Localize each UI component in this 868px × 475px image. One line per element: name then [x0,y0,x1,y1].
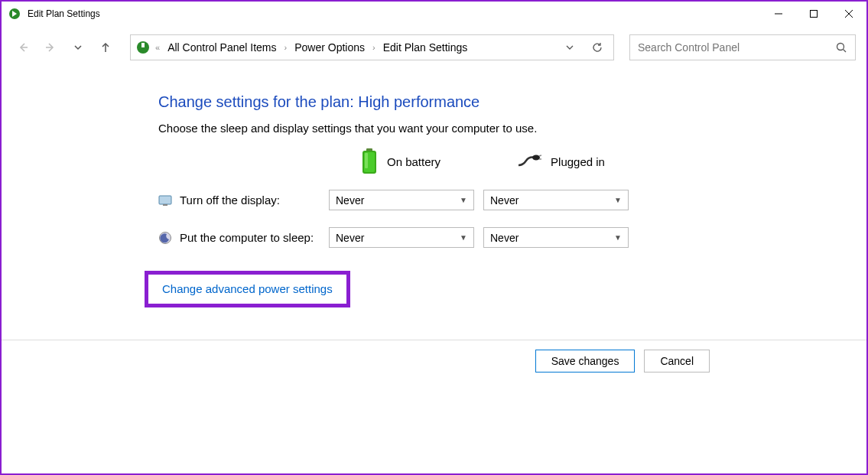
up-button[interactable] [95,37,116,58]
power-options-icon [135,40,151,55]
display-battery-select[interactable]: Never ▼ [329,190,474,210]
main-content: Change settings for the plan: High perfo… [2,69,866,307]
chevron-right-icon[interactable]: › [372,43,375,52]
advanced-power-settings-link[interactable]: Change advanced power settings [162,282,333,295]
back-button[interactable] [12,37,34,58]
setting-row-display: Turn off the display: Never ▼ Never ▼ [158,190,866,210]
close-button[interactable] [831,2,866,26]
breadcrumb-item[interactable]: Edit Plan Settings [380,41,471,54]
highlight-box: Change advanced power settings [145,271,350,307]
plugged-in-header: Plugged in [517,155,605,168]
svg-rect-19 [159,196,171,204]
page-heading: Change settings for the plan: High perfo… [158,93,866,111]
chevron-down-icon: ▼ [614,196,622,204]
save-button[interactable]: Save changes [535,350,636,373]
svg-rect-2 [811,11,818,18]
chevron-down-icon: ▼ [460,233,467,242]
svg-rect-15 [365,153,368,168]
svg-point-10 [837,43,844,50]
minimize-button[interactable] [761,2,796,26]
maximize-button[interactable] [796,2,831,26]
display-icon [158,194,172,207]
on-battery-label: On battery [387,155,441,168]
setting-row-sleep: Put the computer to sleep: Never ▼ Never… [158,227,866,248]
svg-line-17 [539,155,541,156]
chevron-down-icon: ▼ [460,196,467,204]
select-value: Never [336,232,364,244]
forward-button[interactable] [40,37,61,58]
setting-label: Put the computer to sleep: [180,231,329,244]
cancel-button[interactable]: Cancel [644,350,710,373]
svg-line-11 [844,49,847,52]
svg-point-16 [532,155,540,161]
chevron-down-icon: ▼ [614,233,622,242]
recent-locations-button[interactable] [67,37,89,58]
navigation-bar: « All Control Panel Items › Power Option… [2,26,866,69]
search-box[interactable] [629,34,856,60]
on-battery-header: On battery [361,148,441,174]
address-bar[interactable]: « All Control Panel Items › Power Option… [130,34,614,60]
sleep-battery-select[interactable]: Never ▼ [329,227,474,248]
window-controls [761,2,866,26]
window-title: Edit Plan Settings [28,8,761,19]
page-subtext: Choose the sleep and display settings th… [158,122,866,135]
display-plugged-select[interactable]: Never ▼ [483,190,629,210]
svg-rect-20 [163,204,167,206]
select-value: Never [490,194,519,207]
refresh-button[interactable] [586,36,609,59]
breadcrumb-item[interactable]: Power Options [291,41,368,54]
plug-icon [517,155,541,168]
sleep-plugged-select[interactable]: Never ▼ [483,227,629,248]
setting-label: Turn off the display: [180,194,329,207]
titlebar: Edit Plan Settings [2,2,866,26]
chevron-right-icon[interactable]: › [284,43,288,52]
advanced-link-wrap: Change advanced power settings [158,271,866,307]
breadcrumb-overflow-icon[interactable]: « [155,43,160,52]
power-plan-icon [8,7,21,21]
search-input[interactable] [638,41,836,54]
battery-icon [361,148,378,174]
footer-buttons: Save changes Cancel [2,340,866,373]
plugged-in-label: Plugged in [551,155,605,168]
column-headers: On battery Plugged in [361,148,866,174]
svg-rect-9 [141,43,145,47]
search-icon[interactable] [836,42,847,54]
address-dropdown-button[interactable] [558,36,581,59]
select-value: Never [490,232,519,244]
select-value: Never [336,194,364,207]
breadcrumb-item[interactable]: All Control Panel Items [164,41,279,54]
sleep-icon [158,231,172,245]
